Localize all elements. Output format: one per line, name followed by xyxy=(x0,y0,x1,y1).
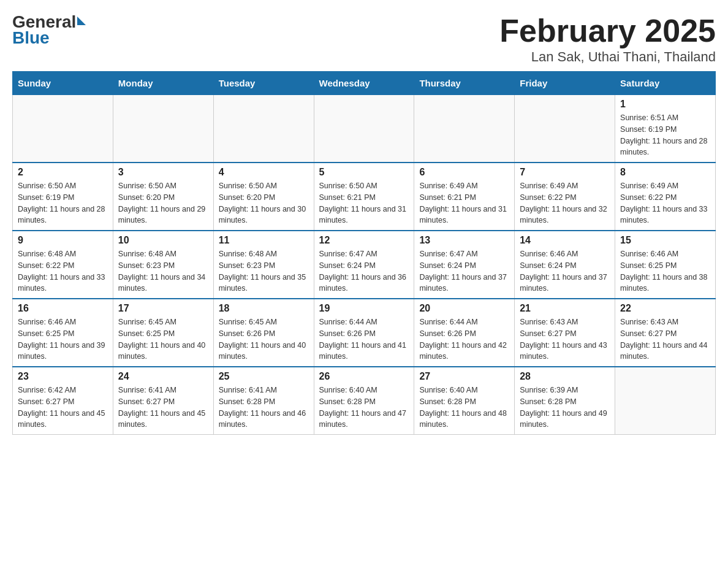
day-number: 17 xyxy=(118,303,208,314)
table-row: 18Sunrise: 6:45 AM Sunset: 6:26 PM Dayli… xyxy=(213,299,314,367)
table-row: 16Sunrise: 6:46 AM Sunset: 6:25 PM Dayli… xyxy=(13,299,113,367)
day-number: 2 xyxy=(18,167,108,178)
page-header: General Blue February 2025 Lan Sak, Utha… xyxy=(12,12,716,65)
calendar-subtitle: Lan Sak, Uthai Thani, Thailand xyxy=(499,49,716,65)
day-info: Sunrise: 6:45 AM Sunset: 6:26 PM Dayligh… xyxy=(219,316,309,362)
day-info: Sunrise: 6:41 AM Sunset: 6:27 PM Dayligh… xyxy=(118,385,208,431)
table-row: 2Sunrise: 6:50 AM Sunset: 6:19 PM Daylig… xyxy=(13,163,113,231)
day-info: Sunrise: 6:46 AM Sunset: 6:24 PM Dayligh… xyxy=(520,248,610,294)
day-info: Sunrise: 6:47 AM Sunset: 6:24 PM Dayligh… xyxy=(419,248,509,294)
table-row xyxy=(13,95,113,163)
header-wednesday: Wednesday xyxy=(314,72,414,95)
day-info: Sunrise: 6:39 AM Sunset: 6:28 PM Dayligh… xyxy=(520,385,610,431)
day-info: Sunrise: 6:44 AM Sunset: 6:26 PM Dayligh… xyxy=(419,316,509,362)
logo-arrow-icon xyxy=(77,17,86,25)
table-row: 22Sunrise: 6:43 AM Sunset: 6:27 PM Dayli… xyxy=(615,299,716,367)
calendar-week-row: 2Sunrise: 6:50 AM Sunset: 6:19 PM Daylig… xyxy=(13,163,716,231)
table-row: 12Sunrise: 6:47 AM Sunset: 6:24 PM Dayli… xyxy=(314,231,414,299)
day-number: 27 xyxy=(419,371,509,382)
header-monday: Monday xyxy=(113,72,213,95)
day-info: Sunrise: 6:49 AM Sunset: 6:22 PM Dayligh… xyxy=(620,180,710,226)
day-info: Sunrise: 6:41 AM Sunset: 6:28 PM Dayligh… xyxy=(219,385,309,431)
table-row xyxy=(314,95,414,163)
title-block: February 2025 Lan Sak, Uthai Thani, Thai… xyxy=(499,12,716,65)
table-row: 26Sunrise: 6:40 AM Sunset: 6:28 PM Dayli… xyxy=(314,367,414,435)
calendar-header-row: Sunday Monday Tuesday Wednesday Thursday… xyxy=(13,72,716,95)
day-number: 3 xyxy=(118,167,208,178)
day-number: 22 xyxy=(620,303,710,314)
calendar-week-row: 23Sunrise: 6:42 AM Sunset: 6:27 PM Dayli… xyxy=(13,367,716,435)
header-friday: Friday xyxy=(515,72,615,95)
day-info: Sunrise: 6:50 AM Sunset: 6:19 PM Dayligh… xyxy=(18,180,108,226)
day-number: 20 xyxy=(419,303,509,314)
table-row: 15Sunrise: 6:46 AM Sunset: 6:25 PM Dayli… xyxy=(615,231,716,299)
calendar-week-row: 9Sunrise: 6:48 AM Sunset: 6:22 PM Daylig… xyxy=(13,231,716,299)
table-row: 17Sunrise: 6:45 AM Sunset: 6:25 PM Dayli… xyxy=(113,299,213,367)
day-number: 24 xyxy=(118,371,208,382)
day-info: Sunrise: 6:43 AM Sunset: 6:27 PM Dayligh… xyxy=(620,316,710,362)
table-row: 1Sunrise: 6:51 AM Sunset: 6:19 PM Daylig… xyxy=(615,95,716,163)
header-tuesday: Tuesday xyxy=(213,72,314,95)
calendar-week-row: 16Sunrise: 6:46 AM Sunset: 6:25 PM Dayli… xyxy=(13,299,716,367)
day-number: 21 xyxy=(520,303,610,314)
day-info: Sunrise: 6:49 AM Sunset: 6:22 PM Dayligh… xyxy=(520,180,610,226)
day-number: 16 xyxy=(18,303,108,314)
table-row xyxy=(615,367,716,435)
day-info: Sunrise: 6:50 AM Sunset: 6:21 PM Dayligh… xyxy=(319,180,409,226)
table-row: 5Sunrise: 6:50 AM Sunset: 6:21 PM Daylig… xyxy=(314,163,414,231)
table-row: 6Sunrise: 6:49 AM Sunset: 6:21 PM Daylig… xyxy=(414,163,515,231)
day-info: Sunrise: 6:46 AM Sunset: 6:25 PM Dayligh… xyxy=(620,248,710,294)
day-info: Sunrise: 6:50 AM Sunset: 6:20 PM Dayligh… xyxy=(219,180,309,226)
day-info: Sunrise: 6:42 AM Sunset: 6:27 PM Dayligh… xyxy=(18,385,108,431)
day-number: 14 xyxy=(520,235,610,246)
day-info: Sunrise: 6:46 AM Sunset: 6:25 PM Dayligh… xyxy=(18,316,108,362)
table-row xyxy=(515,95,615,163)
day-info: Sunrise: 6:48 AM Sunset: 6:23 PM Dayligh… xyxy=(219,248,309,294)
day-info: Sunrise: 6:48 AM Sunset: 6:22 PM Dayligh… xyxy=(18,248,108,294)
table-row: 11Sunrise: 6:48 AM Sunset: 6:23 PM Dayli… xyxy=(213,231,314,299)
table-row: 14Sunrise: 6:46 AM Sunset: 6:24 PM Dayli… xyxy=(515,231,615,299)
calendar-week-row: 1Sunrise: 6:51 AM Sunset: 6:19 PM Daylig… xyxy=(13,95,716,163)
table-row: 10Sunrise: 6:48 AM Sunset: 6:23 PM Dayli… xyxy=(113,231,213,299)
day-number: 4 xyxy=(219,167,309,178)
table-row: 23Sunrise: 6:42 AM Sunset: 6:27 PM Dayli… xyxy=(13,367,113,435)
day-info: Sunrise: 6:48 AM Sunset: 6:23 PM Dayligh… xyxy=(118,248,208,294)
day-number: 7 xyxy=(520,167,610,178)
table-row: 8Sunrise: 6:49 AM Sunset: 6:22 PM Daylig… xyxy=(615,163,716,231)
day-info: Sunrise: 6:40 AM Sunset: 6:28 PM Dayligh… xyxy=(419,385,509,431)
table-row: 27Sunrise: 6:40 AM Sunset: 6:28 PM Dayli… xyxy=(414,367,515,435)
header-sunday: Sunday xyxy=(13,72,113,95)
day-number: 11 xyxy=(219,235,309,246)
table-row: 28Sunrise: 6:39 AM Sunset: 6:28 PM Dayli… xyxy=(515,367,615,435)
calendar-table: Sunday Monday Tuesday Wednesday Thursday… xyxy=(12,71,716,435)
day-info: Sunrise: 6:43 AM Sunset: 6:27 PM Dayligh… xyxy=(520,316,610,362)
day-number: 9 xyxy=(18,235,108,246)
table-row: 24Sunrise: 6:41 AM Sunset: 6:27 PM Dayli… xyxy=(113,367,213,435)
day-info: Sunrise: 6:40 AM Sunset: 6:28 PM Dayligh… xyxy=(319,385,409,431)
day-number: 8 xyxy=(620,167,710,178)
day-number: 26 xyxy=(319,371,409,382)
day-number: 23 xyxy=(18,371,108,382)
table-row: 4Sunrise: 6:50 AM Sunset: 6:20 PM Daylig… xyxy=(213,163,314,231)
table-row: 20Sunrise: 6:44 AM Sunset: 6:26 PM Dayli… xyxy=(414,299,515,367)
day-info: Sunrise: 6:47 AM Sunset: 6:24 PM Dayligh… xyxy=(319,248,409,294)
day-info: Sunrise: 6:45 AM Sunset: 6:25 PM Dayligh… xyxy=(118,316,208,362)
day-number: 19 xyxy=(319,303,409,314)
table-row: 21Sunrise: 6:43 AM Sunset: 6:27 PM Dayli… xyxy=(515,299,615,367)
day-number: 12 xyxy=(319,235,409,246)
table-row: 25Sunrise: 6:41 AM Sunset: 6:28 PM Dayli… xyxy=(213,367,314,435)
day-info: Sunrise: 6:50 AM Sunset: 6:20 PM Dayligh… xyxy=(118,180,208,226)
day-info: Sunrise: 6:44 AM Sunset: 6:26 PM Dayligh… xyxy=(319,316,409,362)
table-row xyxy=(414,95,515,163)
day-info: Sunrise: 6:49 AM Sunset: 6:21 PM Dayligh… xyxy=(419,180,509,226)
table-row xyxy=(113,95,213,163)
day-number: 15 xyxy=(620,235,710,246)
day-number: 28 xyxy=(520,371,610,382)
day-number: 1 xyxy=(620,99,710,110)
day-number: 5 xyxy=(319,167,409,178)
day-number: 25 xyxy=(219,371,309,382)
table-row: 3Sunrise: 6:50 AM Sunset: 6:20 PM Daylig… xyxy=(113,163,213,231)
calendar-title: February 2025 xyxy=(499,12,716,49)
table-row: 7Sunrise: 6:49 AM Sunset: 6:22 PM Daylig… xyxy=(515,163,615,231)
table-row: 19Sunrise: 6:44 AM Sunset: 6:26 PM Dayli… xyxy=(314,299,414,367)
